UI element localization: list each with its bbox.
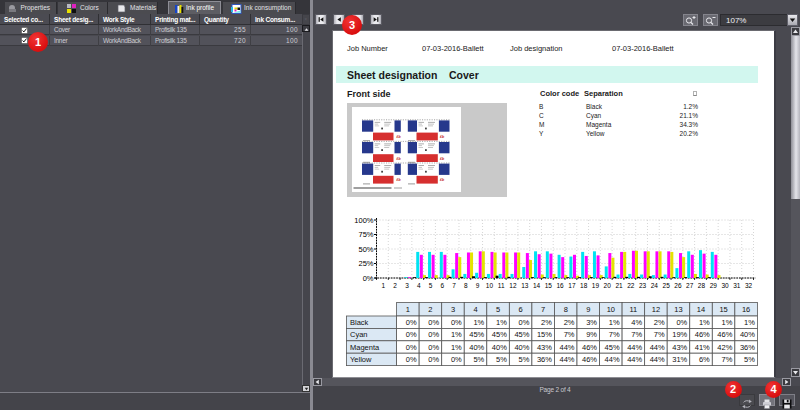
svg-text:29: 29 bbox=[710, 282, 718, 289]
svg-text:7: 7 bbox=[541, 305, 545, 314]
svg-text:0%: 0% bbox=[451, 355, 462, 364]
svg-text:4: 4 bbox=[473, 305, 477, 314]
svg-text:19: 19 bbox=[592, 282, 600, 289]
svg-text:14: 14 bbox=[697, 305, 705, 314]
svg-text:13: 13 bbox=[674, 305, 682, 314]
svg-text:Black: Black bbox=[350, 318, 369, 327]
svg-text:11: 11 bbox=[629, 305, 637, 314]
svg-text:2%: 2% bbox=[654, 318, 665, 327]
svg-text:44%: 44% bbox=[649, 355, 664, 364]
svg-text:23: 23 bbox=[639, 282, 647, 289]
svg-text:16: 16 bbox=[556, 282, 564, 289]
svg-text:5: 5 bbox=[429, 282, 433, 289]
svg-text:1%: 1% bbox=[721, 318, 732, 327]
svg-text:5%: 5% bbox=[496, 355, 507, 364]
svg-text:100%: 100% bbox=[354, 216, 374, 225]
svg-text:7%: 7% bbox=[563, 330, 574, 339]
svg-text:45%: 45% bbox=[469, 330, 484, 339]
svg-text:0%: 0% bbox=[428, 355, 439, 364]
svg-text:6%: 6% bbox=[699, 355, 710, 364]
svg-text:42%: 42% bbox=[717, 343, 732, 352]
svg-text:7%: 7% bbox=[609, 330, 620, 339]
svg-text:0%: 0% bbox=[451, 318, 462, 327]
svg-text:0%: 0% bbox=[428, 318, 439, 327]
svg-text:1%: 1% bbox=[744, 318, 755, 327]
svg-text:15: 15 bbox=[719, 305, 727, 314]
svg-text:15: 15 bbox=[545, 282, 553, 289]
svg-text:7%: 7% bbox=[721, 355, 732, 364]
svg-text:1%: 1% bbox=[699, 318, 710, 327]
svg-text:1%: 1% bbox=[451, 330, 462, 339]
svg-text:27: 27 bbox=[686, 282, 694, 289]
svg-text:7: 7 bbox=[452, 282, 456, 289]
svg-text:10: 10 bbox=[486, 282, 494, 289]
svg-text:44%: 44% bbox=[559, 343, 574, 352]
svg-text:0%: 0% bbox=[406, 343, 417, 352]
svg-text:21: 21 bbox=[615, 282, 623, 289]
svg-text:44%: 44% bbox=[559, 355, 574, 364]
svg-text:5%: 5% bbox=[473, 355, 484, 364]
svg-text:3%: 3% bbox=[586, 318, 597, 327]
svg-text:32: 32 bbox=[745, 282, 753, 289]
svg-text:20: 20 bbox=[604, 282, 612, 289]
svg-text:7%: 7% bbox=[654, 330, 665, 339]
svg-text:0%: 0% bbox=[428, 343, 439, 352]
svg-text:2: 2 bbox=[393, 282, 397, 289]
svg-text:30: 30 bbox=[721, 282, 729, 289]
svg-text:43%: 43% bbox=[672, 343, 687, 352]
svg-text:4: 4 bbox=[417, 282, 421, 289]
svg-text:0%: 0% bbox=[518, 318, 529, 327]
svg-text:41%: 41% bbox=[695, 343, 710, 352]
svg-text:8: 8 bbox=[464, 282, 468, 289]
svg-text:36%: 36% bbox=[537, 355, 552, 364]
svg-text:44%: 44% bbox=[604, 355, 619, 364]
svg-text:1%: 1% bbox=[609, 318, 620, 327]
svg-text:3: 3 bbox=[451, 305, 455, 314]
svg-text:50%: 50% bbox=[358, 245, 373, 254]
svg-text:9: 9 bbox=[476, 282, 480, 289]
svg-text:26: 26 bbox=[674, 282, 682, 289]
svg-text:25%: 25% bbox=[358, 259, 373, 268]
svg-text:6: 6 bbox=[440, 282, 444, 289]
svg-text:1: 1 bbox=[406, 305, 410, 314]
svg-text:24: 24 bbox=[651, 282, 659, 289]
svg-text:9%: 9% bbox=[586, 330, 597, 339]
svg-text:0%: 0% bbox=[676, 318, 687, 327]
svg-text:£b: £b bbox=[439, 178, 445, 182]
svg-text:31%: 31% bbox=[672, 355, 687, 364]
svg-text:3: 3 bbox=[405, 282, 409, 289]
svg-text:Yellow: Yellow bbox=[350, 355, 372, 364]
svg-text:2: 2 bbox=[428, 305, 432, 314]
svg-text:45%: 45% bbox=[514, 330, 529, 339]
svg-text:40%: 40% bbox=[514, 343, 529, 352]
svg-text:13: 13 bbox=[521, 282, 529, 289]
svg-text:5%: 5% bbox=[518, 355, 529, 364]
svg-text:17: 17 bbox=[568, 282, 576, 289]
svg-text:22: 22 bbox=[627, 282, 635, 289]
svg-text:40%: 40% bbox=[469, 343, 484, 352]
svg-text:44%: 44% bbox=[627, 355, 642, 364]
svg-text:44%: 44% bbox=[649, 343, 664, 352]
svg-text:25: 25 bbox=[663, 282, 671, 289]
svg-text:46%: 46% bbox=[582, 343, 597, 352]
svg-text:11: 11 bbox=[498, 282, 505, 289]
svg-text:7%: 7% bbox=[631, 330, 642, 339]
svg-text:40%: 40% bbox=[740, 330, 755, 339]
svg-text:36%: 36% bbox=[740, 343, 755, 352]
svg-text:16: 16 bbox=[742, 305, 750, 314]
svg-text:£b: £b bbox=[396, 135, 402, 139]
svg-text:75%: 75% bbox=[358, 230, 373, 239]
svg-text:£b: £b bbox=[396, 157, 402, 161]
svg-text:40%: 40% bbox=[492, 343, 507, 352]
svg-text:0%: 0% bbox=[406, 330, 417, 339]
svg-text:46%: 46% bbox=[717, 330, 732, 339]
svg-text:46%: 46% bbox=[582, 355, 597, 364]
svg-text:45%: 45% bbox=[604, 343, 619, 352]
svg-text:28: 28 bbox=[698, 282, 706, 289]
svg-text:0%: 0% bbox=[428, 330, 439, 339]
svg-text:2%: 2% bbox=[563, 318, 574, 327]
svg-text:£b: £b bbox=[396, 178, 402, 182]
svg-text:4%: 4% bbox=[631, 318, 642, 327]
svg-text:5: 5 bbox=[496, 305, 500, 314]
svg-text:19%: 19% bbox=[672, 330, 687, 339]
